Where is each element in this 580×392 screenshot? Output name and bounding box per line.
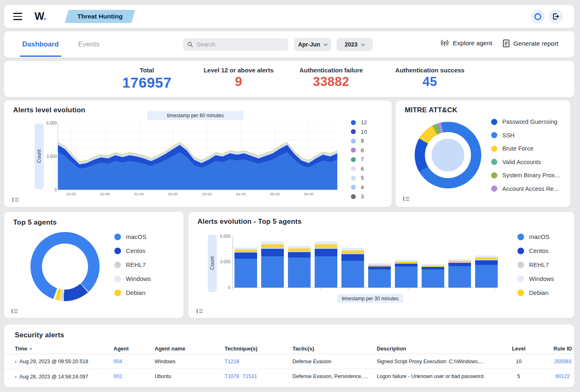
stacked-bar[interactable] — [261, 237, 284, 288]
legend-item-5[interactable]: 5 — [351, 175, 367, 181]
bar-segment-centos — [475, 260, 498, 265]
legend-item-brute-force[interactable]: Brute Force — [491, 145, 559, 152]
legend-item-rehl7[interactable]: REHL7 — [114, 261, 151, 268]
column-header-technique-s-[interactable]: Technique(s) — [225, 346, 292, 352]
column-header-description[interactable]: Description — [377, 346, 497, 352]
cell-agent-name: Ubuntu — [155, 373, 225, 379]
explore-agent-button[interactable]: Explore agent — [440, 39, 492, 47]
stat-level12-alerts: Level 12 or above alerts 9 — [191, 67, 286, 89]
technique-link[interactable]: T1218 — [225, 359, 239, 364]
sort-desc-icon: ▼ — [29, 347, 32, 351]
technique-link[interactable]: T1078 — [225, 373, 239, 379]
column-header-rule-id[interactable]: Rule ID — [541, 346, 580, 352]
search-box[interactable] — [183, 38, 288, 51]
mitre-donut-chart[interactable] — [415, 122, 481, 188]
column-header-agent[interactable]: Agent — [114, 346, 155, 352]
legend-label: Debian — [126, 289, 146, 296]
tab-dashboard[interactable]: Dashboard — [22, 40, 59, 49]
top-bar: W. Threat Hunting — [4, 5, 574, 28]
x-tick-label: 06:00 — [304, 192, 313, 196]
legend-dot-icon — [517, 234, 524, 240]
legend-item-10[interactable]: 10 — [351, 129, 367, 135]
legend-toggle-icon[interactable] — [12, 197, 19, 202]
legend-item-6[interactable]: 6 — [351, 166, 367, 172]
rule-id-link[interactable]: 60122 — [556, 373, 570, 379]
technique-link[interactable]: T1531 — [242, 373, 257, 379]
legend-toggle-icon[interactable] — [197, 309, 203, 313]
legend-item-debian[interactable]: Debian — [114, 289, 151, 296]
area-chart-canvas[interactable] — [58, 123, 337, 190]
legend-item-4[interactable]: 4 — [351, 184, 367, 190]
threat-hunting-tab[interactable]: Threat Hunting — [65, 10, 135, 23]
expand-row-icon[interactable]: › — [15, 373, 16, 380]
rule-id-link[interactable]: 255563 — [554, 359, 571, 364]
mitre-legend: Password GuerssingSSHBrute ForceValid Ac… — [491, 118, 559, 192]
legend-item-account-access-re-[interactable]: Account Access Re... — [491, 186, 559, 192]
date-range-select[interactable]: Apr-Jun — [294, 38, 331, 51]
cell-level: 5 — [497, 373, 541, 379]
stacked-bar[interactable] — [288, 237, 311, 288]
stacked-bar[interactable] — [422, 237, 444, 288]
app-logo[interactable]: W. — [35, 10, 46, 22]
generate-report-button[interactable]: Generate report — [503, 39, 558, 47]
stacked-bar[interactable] — [315, 237, 337, 288]
legend-item-windows[interactable]: Windows — [114, 275, 151, 282]
status-ring-button[interactable] — [531, 9, 545, 23]
logout-button[interactable] — [549, 9, 563, 23]
panel-title: MITRE ATT&CK — [405, 106, 457, 114]
legend-item-12[interactable]: 12 — [351, 119, 367, 125]
expand-row-icon[interactable]: › — [15, 358, 16, 364]
y-axis-label: Count — [209, 256, 215, 270]
alerts-evolution-top5-panel: Alerts evolution - Top 5 agents Count 6.… — [188, 212, 574, 318]
panel-title: Alerts level evolution — [13, 106, 85, 114]
table-row: ›Aug 28, 2023 @ 14:58:24.097002UbuntuT10… — [4, 369, 574, 384]
legend-dot-icon — [491, 146, 497, 152]
legend-item-7[interactable]: 7 — [351, 156, 367, 162]
legend-item-rehl7[interactable]: REHL7 — [517, 261, 554, 268]
legend-item-valid-accounts[interactable]: Valid Accounts — [491, 159, 559, 165]
legend-label: Password Guerssing — [502, 118, 557, 125]
hamburger-menu-icon[interactable] — [13, 13, 22, 20]
stacked-bar-chart-canvas[interactable] — [232, 237, 496, 288]
stat-auth-success: Authentication success 45 — [383, 67, 477, 89]
y-tick-label: 3.000 — [216, 260, 230, 264]
legend-item-9[interactable]: 9 — [351, 138, 367, 144]
tab-events[interactable]: Events — [78, 40, 100, 49]
legend-item-debian[interactable]: Debian — [517, 289, 554, 296]
stacked-bar[interactable] — [368, 237, 391, 288]
column-header-agent-name[interactable]: Agent name — [155, 346, 225, 352]
legend-item-centos[interactable]: Centos — [114, 247, 151, 254]
legend-item-ssh[interactable]: SSH — [491, 132, 559, 139]
stacked-bar[interactable] — [475, 237, 498, 288]
agent-id-link[interactable]: 004 — [114, 359, 122, 364]
agent-id-link[interactable]: 002 — [114, 373, 122, 379]
legend-item-8[interactable]: 8 — [351, 147, 367, 153]
stacked-bar[interactable] — [341, 237, 364, 288]
legend-label: 10 — [361, 129, 367, 135]
column-header-level[interactable]: Level — [497, 346, 541, 352]
legend-item-windows[interactable]: Windows — [517, 275, 554, 282]
stacked-bar[interactable] — [234, 237, 257, 288]
column-header-tactic-s-[interactable]: Tactic(s) — [292, 346, 377, 352]
legend-item-system-binary-prox-[interactable]: System Binary Prox... — [491, 172, 559, 179]
legend-toggle-icon[interactable] — [403, 197, 409, 201]
cell-time: ›Aug 29, 2023 @ 09:55:20.518 — [15, 358, 114, 364]
legend-item-centos[interactable]: Centos — [517, 247, 554, 254]
year-select[interactable]: 2023 — [336, 38, 373, 51]
column-header-time[interactable]: Time▼ — [15, 346, 114, 352]
stat-value: 9 — [191, 74, 286, 89]
y-tick-label: 0 — [216, 285, 230, 290]
legend-toggle-icon[interactable] — [12, 309, 18, 313]
legend-item-macos[interactable]: macOS — [114, 233, 151, 240]
legend-item-password-guerssing[interactable]: Password Guerssing — [491, 118, 559, 125]
cell-rule-id: 60122 — [541, 373, 580, 379]
stat-label: Authentication success — [383, 67, 477, 74]
legend-item-macos[interactable]: macOS — [517, 233, 554, 240]
stacked-bar[interactable] — [448, 237, 471, 288]
top5-agents-donut-chart[interactable] — [30, 232, 100, 301]
search-input[interactable] — [196, 41, 284, 48]
legend-dot-icon — [351, 166, 356, 171]
stacked-bar[interactable] — [395, 237, 418, 288]
bar-segment-windows — [315, 241, 337, 244]
legend-item-3[interactable]: 3 — [351, 193, 367, 199]
